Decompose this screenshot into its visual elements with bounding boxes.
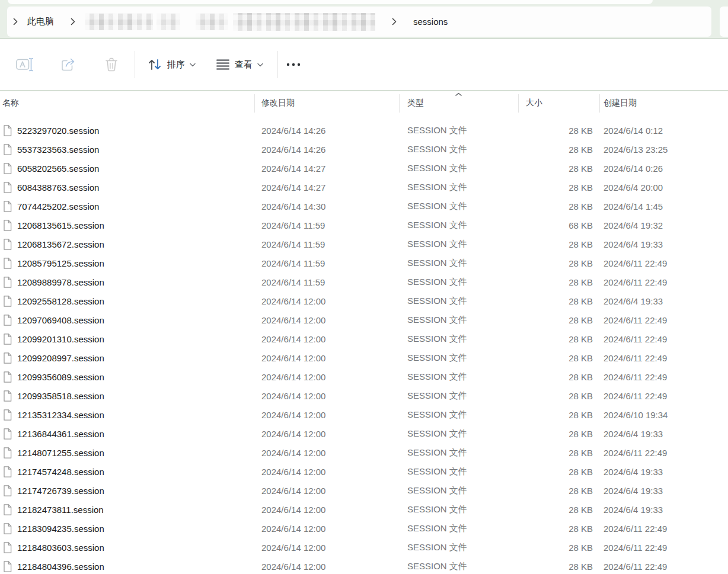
file-row[interactable]: 12097069408.session 2024/6/14 12:00 SESS… (0, 310, 728, 329)
file-row[interactable]: 12174574248.session 2024/6/14 12:00 SESS… (0, 462, 728, 481)
file-row[interactable]: 12184803603.session 2024/6/14 12:00 SESS… (0, 538, 728, 557)
file-row[interactable]: 12174726739.session 2024/6/14 12:00 SESS… (0, 481, 728, 500)
file-size: 28 KB (518, 524, 599, 534)
column-header-type[interactable]: 类型 (400, 98, 518, 108)
file-icon (3, 125, 12, 136)
file-name: 5537323563.session (17, 145, 99, 155)
breadcrumb-redacted-segment[interactable] (196, 14, 228, 30)
share-button[interactable] (56, 53, 80, 76)
trash-icon (104, 57, 119, 72)
file-modified: 2024/6/14 12:00 (255, 505, 400, 515)
file-row[interactable]: 12085795125.session 2024/6/14 11:59 SESS… (0, 254, 728, 272)
file-icon (3, 258, 12, 269)
file-size: 28 KB (518, 239, 599, 249)
file-type: SESSION 文件 (400, 352, 518, 364)
breadcrumb-chevron-icon[interactable] (13, 18, 18, 25)
breadcrumb-redacted-segment[interactable] (85, 14, 153, 30)
file-size: 28 KB (518, 163, 599, 174)
file-name: 12182473811.session (17, 505, 104, 515)
column-header-size[interactable]: 大小 (518, 98, 599, 108)
delete-button[interactable] (100, 53, 123, 76)
file-type: SESSION 文件 (400, 220, 518, 231)
file-icon (3, 447, 12, 458)
file-icon (3, 277, 12, 288)
file-name: 12085795125.session (17, 258, 104, 268)
file-modified: 2024/6/14 12:00 (255, 543, 400, 553)
rename-button[interactable] (13, 53, 37, 76)
file-modified: 2024/6/14 14:30 (255, 201, 400, 211)
file-row[interactable]: 12099201310.session 2024/6/14 12:00 SESS… (0, 329, 728, 348)
file-created: 2024/6/4 19:33 (599, 467, 728, 477)
file-name: 12183094235.session (17, 524, 104, 534)
file-created: 2024/6/14 0:26 (599, 163, 728, 174)
file-icon (3, 409, 12, 421)
file-row[interactable]: 12099208997.session 2024/6/14 12:00 SESS… (0, 348, 728, 367)
address-bar[interactable]: 此电脑 sessions (7, 7, 711, 37)
file-row[interactable]: 6058202565.session 2024/6/14 14:27 SESSI… (0, 159, 728, 178)
file-row[interactable]: 12099358518.session 2024/6/14 12:00 SESS… (0, 386, 728, 405)
file-row[interactable]: 5223297020.session 2024/6/14 14:26 SESSI… (0, 121, 728, 140)
file-row[interactable]: 12184804396.session 2024/6/14 12:00 SESS… (0, 557, 728, 573)
breadcrumb-item-sessions[interactable]: sessions (413, 17, 448, 27)
file-row[interactable]: 12135312334.session 2024/6/14 12:00 SESS… (0, 405, 728, 424)
more-options-button[interactable] (282, 53, 305, 76)
file-size: 28 KB (518, 334, 599, 344)
file-size: 28 KB (518, 543, 599, 553)
file-row[interactable]: 12068135672.session 2024/6/14 11:59 SESS… (0, 235, 728, 254)
file-name: 12099208997.session (17, 353, 104, 363)
file-icon (3, 182, 12, 193)
file-row[interactable]: 12068135615.session 2024/6/14 11:59 SESS… (0, 216, 728, 235)
file-modified: 2024/6/14 12:00 (255, 296, 400, 306)
file-icon (3, 390, 12, 402)
file-size: 28 KB (518, 429, 599, 439)
file-row[interactable]: 12148071255.session 2024/6/14 12:00 SESS… (0, 443, 728, 462)
column-resize-handle[interactable] (518, 94, 519, 113)
column-resize-handle[interactable] (399, 94, 400, 113)
file-created: 2024/6/14 0:12 (599, 126, 728, 136)
breadcrumb-redacted-segment[interactable] (233, 13, 375, 31)
file-created: 2024/6/11 22:49 (599, 334, 728, 344)
file-modified: 2024/6/14 14:26 (255, 126, 400, 136)
file-modified: 2024/6/14 12:00 (255, 562, 400, 572)
column-resize-handle[interactable] (254, 94, 255, 113)
column-header-created[interactable]: 创建日期 (599, 98, 728, 108)
file-modified: 2024/6/14 12:00 (255, 448, 400, 458)
file-type: SESSION 文件 (400, 239, 518, 250)
breadcrumb-redacted-segment[interactable] (157, 14, 180, 30)
file-name: 5223297020.session (17, 126, 99, 136)
file-row[interactable]: 12182473811.session 2024/6/14 12:00 SESS… (0, 500, 728, 519)
file-size: 28 KB (518, 562, 599, 572)
breadcrumb-item-this-pc[interactable]: 此电脑 (27, 16, 54, 27)
chevron-down-icon (257, 63, 263, 67)
file-row[interactable]: 6084388763.session 2024/6/14 14:27 SESSI… (0, 178, 728, 197)
file-modified: 2024/6/14 12:00 (255, 334, 400, 344)
view-lines-icon (216, 58, 230, 71)
file-created: 2024/6/11 22:49 (599, 353, 728, 363)
file-size: 28 KB (518, 486, 599, 496)
breadcrumb-chevron-icon[interactable] (71, 18, 75, 25)
file-row[interactable]: 12183094235.session 2024/6/14 12:00 SESS… (0, 519, 728, 538)
search-box[interactable] (720, 7, 728, 37)
file-row[interactable]: 12136844361.session 2024/6/14 12:00 SESS… (0, 424, 728, 443)
file-icon (3, 296, 12, 307)
file-name: 12068135615.session (17, 220, 104, 230)
file-row[interactable]: 12092558128.session 2024/6/14 12:00 SESS… (0, 291, 728, 310)
file-row[interactable]: 12089889978.session 2024/6/14 11:59 SESS… (0, 272, 728, 291)
file-type: SESSION 文件 (400, 296, 518, 307)
column-header-name[interactable]: 名称 (0, 98, 255, 108)
sort-button[interactable]: 排序 (143, 52, 199, 77)
column-resize-handle[interactable] (599, 94, 600, 113)
file-icon (3, 561, 12, 572)
file-row[interactable]: 5537323563.session 2024/6/14 14:26 SESSI… (0, 140, 728, 159)
file-type: SESSION 文件 (400, 523, 518, 534)
column-header-modified[interactable]: 修改日期 (255, 98, 400, 108)
file-type: SESSION 文件 (400, 466, 518, 477)
file-row[interactable]: 7074425202.session 2024/6/14 14:30 SESSI… (0, 197, 728, 216)
file-icon (3, 428, 12, 440)
file-type: SESSION 文件 (400, 542, 518, 553)
file-name: 12184804396.session (17, 562, 104, 572)
file-row[interactable]: 12099356089.session 2024/6/14 12:00 SESS… (0, 367, 728, 386)
breadcrumb-chevron-icon[interactable] (392, 18, 397, 25)
file-name: 12136844361.session (17, 429, 104, 439)
view-button[interactable]: 查看 (212, 52, 267, 77)
